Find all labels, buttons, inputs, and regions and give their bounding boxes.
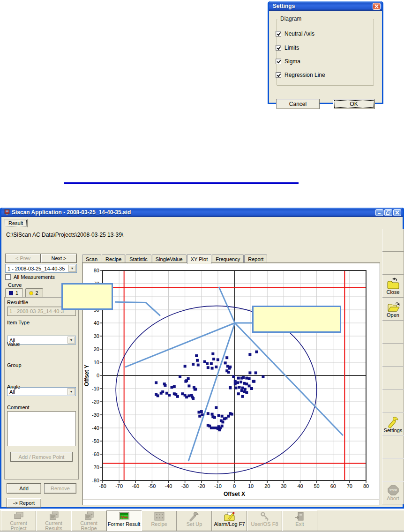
data-point [218, 428, 221, 431]
remove-button[interactable]: Remove [44, 483, 76, 494]
alarm-log-label: Alarm/Log F7 [213, 522, 247, 527]
close-button[interactable] [393, 209, 401, 216]
abort-button[interactable]: STOP Abort [382, 481, 404, 504]
minimize-button[interactable] [375, 209, 383, 216]
exit-label: Exit [283, 522, 317, 527]
data-point [187, 394, 190, 397]
checkbox-neutral-axis[interactable]: Neutral Axis [276, 30, 314, 37]
ok-button[interactable]: OK [333, 99, 375, 109]
exit-door-icon [293, 511, 307, 522]
toolbar-button-empty [382, 321, 404, 344]
set-up-button[interactable]: Set Up [177, 510, 212, 531]
checkbox-sigma[interactable]: Sigma [276, 58, 300, 65]
xy-plot-canvas[interactable]: -80-70-60-50-40-30-20-100102030405060708… [82, 263, 380, 505]
chevron-down-icon[interactable]: ▼ [68, 265, 76, 272]
comment-input[interactable] [7, 411, 76, 446]
checkbox-regression-line[interactable]: Regression Line [276, 72, 325, 78]
cancel-button[interactable]: Cancel [276, 99, 320, 109]
alarm-log-button[interactable]: Alarm/Log F7 [212, 510, 247, 531]
data-point [229, 366, 232, 368]
close-icon [395, 210, 399, 215]
data-point [231, 413, 233, 416]
x-tick-label: 10 [248, 483, 254, 489]
current-project-button[interactable]: Current Project [1, 510, 36, 531]
all-measurements-checkbox[interactable]: All Measurements [5, 274, 55, 280]
main-window-titlebar[interactable]: Siscan Application - 2008-03-25_14-40-35… [1, 208, 403, 217]
data-point [245, 377, 248, 380]
data-point [243, 390, 246, 393]
data-point [197, 364, 200, 367]
annotation-line [235, 323, 343, 435]
y-tick-label: -80 [92, 478, 99, 483]
setup-wrench-icon [188, 511, 201, 522]
x-tick-label: -10 [214, 483, 222, 489]
curve-tab-1[interactable]: 1 [5, 288, 23, 297]
x-tick-label: 50 [314, 483, 320, 489]
x-tick-label: 60 [330, 483, 336, 489]
data-point [227, 371, 230, 374]
data-point [164, 384, 166, 387]
data-point [196, 359, 199, 362]
prev-button[interactable]: < Prev [5, 254, 41, 263]
group-label: Group [7, 362, 22, 368]
settings-dialog: Settings Diagram Neutral Axis Limits Si [268, 1, 383, 104]
data-point [225, 356, 228, 359]
data-point [197, 411, 200, 413]
main-window-title: Siscan Application - 2008-03-25_14-40-35… [10, 209, 374, 216]
y-tick-label: -40 [92, 425, 99, 431]
settings-dialog-close-button[interactable] [373, 3, 381, 10]
next-button[interactable]: Next > [41, 254, 77, 263]
recipe-button[interactable]: Recipe [142, 510, 177, 531]
data-point [206, 362, 209, 365]
data-point [211, 352, 214, 355]
checkbox-limits[interactable]: Limits [276, 45, 299, 51]
restore-button[interactable] [384, 209, 392, 216]
data-point [157, 394, 159, 397]
data-point [232, 375, 235, 378]
checkbox-label: Regression Line [284, 72, 325, 78]
app-icon [4, 209, 10, 216]
data-point [237, 377, 240, 380]
recipe-panel-icon [153, 511, 166, 522]
exit-button[interactable]: Exit [282, 510, 317, 531]
x-tick-label: -40 [165, 483, 172, 489]
report-button[interactable]: -> Report [7, 498, 41, 508]
y-tick-label: -50 [92, 438, 99, 444]
data-point [212, 427, 215, 429]
user-os-button[interactable]: User/OS F8 [247, 510, 282, 531]
add-remove-point-button[interactable]: Add / Remove Point [10, 452, 73, 462]
curve1-marker-icon [9, 291, 13, 295]
tab-result[interactable]: Result [4, 219, 28, 227]
stop-icon: STOP [387, 485, 400, 496]
data-point [227, 415, 230, 418]
current-results-button[interactable]: Current Results [36, 510, 71, 531]
current-recipe-button[interactable]: Current Recipe [71, 510, 106, 531]
y-tick-label: 80 [94, 268, 99, 273]
chevron-down-icon[interactable]: ▼ [67, 388, 75, 395]
set-up-label: Set Up [178, 522, 211, 527]
x-tick-label: -30 [181, 483, 189, 489]
add-button[interactable]: Add [7, 483, 41, 494]
tab-xy-plot[interactable]: XY Plot [187, 254, 212, 264]
checkbox-label: Neutral Axis [284, 30, 314, 37]
data-point [245, 391, 248, 394]
chevron-down-icon[interactable]: ▼ [67, 337, 75, 344]
settings-dialog-titlebar[interactable]: Settings [269, 1, 382, 11]
data-point [181, 392, 184, 395]
close-file-button[interactable]: Close [382, 275, 404, 298]
close-file-label: Close [386, 290, 399, 295]
data-point [212, 358, 215, 360]
open-file-button[interactable]: Open [382, 298, 404, 321]
data-point [243, 382, 246, 385]
curve-tab-2[interactable]: 2 [25, 288, 43, 297]
close-icon [374, 4, 379, 8]
data-point [262, 375, 264, 378]
y-tick-label: 30 [94, 333, 99, 339]
y-tick-label: 40 [94, 320, 99, 326]
keys-icon [258, 511, 271, 522]
settings-button[interactable]: Settings [382, 412, 404, 435]
result-select[interactable]: 1 - 2008-03-25_14-40-35 ▼ [5, 264, 77, 273]
former-result-button[interactable]: Former Result [106, 510, 142, 531]
data-point [242, 376, 245, 379]
toolbar-button-empty [382, 252, 404, 275]
